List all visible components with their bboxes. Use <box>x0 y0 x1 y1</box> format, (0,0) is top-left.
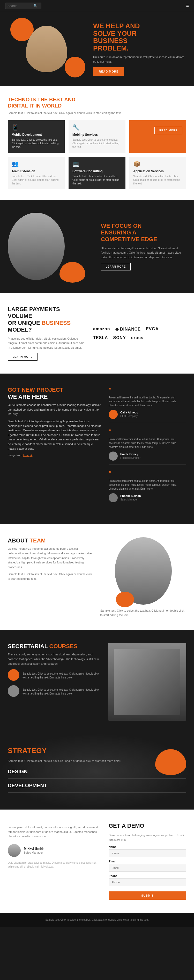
services-title: TECHNO IS THE BEST ANDDIGITAL IT IN WORL… <box>8 96 186 109</box>
author-3-info: Phoebe Nelson Sales Manager <box>120 494 141 501</box>
strategy-section: STRATEGY Sample text. Click to select th… <box>0 733 194 810</box>
focus-image-area <box>8 213 93 280</box>
demo-author: Mikkel Smith Sales Manager <box>8 844 101 857</box>
secretarial-image-inner <box>114 649 180 715</box>
author-2-avatar <box>109 452 118 461</box>
testimonial-1: " Proin sed libero enim sed faucibus tur… <box>109 387 186 423</box>
team-icon: 👥 <box>12 161 61 167</box>
about-body2: Sample text. Click to select the text bo… <box>8 572 94 581</box>
projects-left: GOT NEW PROJECT WE ARE HERE Our customer… <box>8 387 101 511</box>
focus-section: WE FOCUS ON ENSURING ACOMPETITIVE EDGE U… <box>0 200 194 293</box>
hero-title-line1: WE HELP AND <box>93 22 140 30</box>
projects-image-credit: Image from Freepik <box>8 453 101 458</box>
demo-avatar-inner <box>8 844 21 857</box>
hero-section: WE HELP AND SOLVE YOUR BUSINESS PROBLEM.… <box>0 12 194 86</box>
hero-title-accent: PROBLEM. <box>93 44 129 52</box>
navbar: 🔍 ≡ <box>0 0 194 12</box>
footer: Sample text. Click to select the text bo… <box>0 913 194 927</box>
secretarial-right <box>108 643 186 721</box>
author-1-name: Calla Almedo <box>120 411 138 414</box>
hero-image-area <box>8 25 85 72</box>
strategy-design-title[interactable]: DESIGN <box>8 768 186 775</box>
services-header: TECHNO IS THE BEST ANDDIGITAL IT IN WORL… <box>8 96 186 115</box>
person-1-text: Sample text. Click to select the text bo… <box>22 669 102 682</box>
service-card-readmore: READ MORE <box>129 120 186 153</box>
about-title: ABOUT TEAM <box>8 537 94 544</box>
author-2-info: Frank Kinney Financial Director <box>120 453 140 460</box>
sony-logo: SONY <box>113 336 126 340</box>
about-title-accent: TEAM <box>30 537 46 544</box>
projects-body: Sample text. Click to Egestas egestas fr… <box>8 419 101 451</box>
partners-text: LARGE PAYMENTS VOLUMEOR UNIQUE BUSINESSM… <box>8 306 85 361</box>
tesla-logo: TESLA <box>93 336 108 340</box>
projects-title-accent: GOT NEW PROJECT <box>8 387 63 393</box>
about-section: ABOUT TEAM Quickly incentivize impactful… <box>0 524 194 630</box>
mobility-title: Mobility Services <box>73 133 121 137</box>
mobility-icon: 🔧 <box>73 124 121 131</box>
footer-text: Sample text. Click to select the text bo… <box>8 918 186 922</box>
consulting-title: Software Consulting <box>73 169 121 173</box>
form-email-input[interactable] <box>109 864 186 872</box>
strategy-item-design: DESIGN <box>8 768 186 779</box>
partners-learn-button[interactable]: LEARN MORE <box>8 353 38 361</box>
demo-author-name: Mikkel Smith <box>24 846 44 851</box>
about-right: Sample text. Click to select the text bo… <box>100 537 186 617</box>
demo-author-info: Mikkel Smith Sales Manager <box>24 846 44 854</box>
demo-right-intro: Demo refers to a challenging sales agend… <box>109 833 186 842</box>
person-2-desc: Sample text. Click to select the text bo… <box>22 688 102 695</box>
secretarial-left: SECRETARIAL COURSES There are only some … <box>8 643 102 721</box>
testimonial-2-author: Frank Kinney Financial Director <box>109 452 186 461</box>
hamburger-icon[interactable]: ≡ <box>186 3 189 8</box>
demo-left-body: Lorem ipsum dolor sit amet, consectetur … <box>8 825 101 839</box>
projects-tagline: Our customers choose us because we provi… <box>8 403 101 417</box>
strategy-item-development: DEVELOPMENT <box>8 783 186 793</box>
strategy-development-title[interactable]: DEVELOPMENT <box>8 783 186 789</box>
form-submit-button[interactable]: SUBMIT <box>109 891 186 900</box>
author-1-role: CEO Company <box>120 415 137 418</box>
about-body1: Quickly incentivize impactful action ite… <box>8 547 94 570</box>
secretarial-title: SECRETARIAL COURSES <box>8 643 102 650</box>
consulting-desc: Sample text. Click to select the text bo… <box>73 175 121 186</box>
demo-right: GET A DEMO Demo refers to a challenging … <box>109 822 186 900</box>
evga-logo: EVGA <box>146 327 159 331</box>
testimonial-3-author: Phoebe Nelson Sales Manager <box>109 493 186 502</box>
form-email-group: Email <box>109 860 186 872</box>
hero-title-line3: BUSINESS <box>93 37 128 45</box>
secretarial-intro: There are only some symptoms such as diz… <box>8 652 102 666</box>
person-1-avatar <box>8 669 19 681</box>
services-top-row: 📱 Mobile Development Sample text. Click … <box>8 120 186 153</box>
hero-readmore-button[interactable]: READ MORE <box>93 67 124 76</box>
testimonial-2-text: Proin sed libero enim sed faucibus turpi… <box>109 437 186 449</box>
crocs-logo: crocs <box>131 336 144 340</box>
form-phone-input[interactable] <box>109 878 186 886</box>
services-readmore-button[interactable]: READ MORE <box>155 127 182 134</box>
strategy-intro: Sample text. Click to select the text bo… <box>8 759 186 764</box>
service-card-mobile: 📱 Mobile Development Sample text. Click … <box>8 120 65 153</box>
mobile-title: Mobile Development <box>12 133 61 137</box>
partners-brands: amazon ◆ BINANCE EVGA TESLA SONY crocs <box>93 306 186 361</box>
services-title-accent: TECHNO <box>8 97 31 102</box>
search-input[interactable] <box>8 4 33 8</box>
app-desc: Sample text. Click to select the text bo… <box>133 175 182 186</box>
author-2-role: Financial Director <box>120 457 140 459</box>
about-text-below: Sample text. Click to select the text bo… <box>100 609 186 617</box>
focus-learn-button[interactable]: LEARN MORE <box>101 263 131 270</box>
consulting-icon: 💻 <box>73 161 121 167</box>
form-name-input[interactable] <box>109 850 186 857</box>
form-email-label: Email <box>109 860 186 863</box>
binance-logo: ◆ BINANCE <box>115 327 141 332</box>
about-blob <box>116 592 134 607</box>
search-bar[interactable]: 🔍 <box>5 3 41 9</box>
strategy-content: STRATEGY Sample text. Click to select th… <box>8 746 186 793</box>
service-card-consulting: 💻 Software Consulting Sample text. Click… <box>69 157 125 189</box>
freepik-link[interactable]: Freepik <box>23 453 33 457</box>
projects-testimonials: " Proin sed libero enim sed faucibus tur… <box>109 387 186 511</box>
search-icon: 🔍 <box>33 4 38 8</box>
mobile-icon: 📱 <box>12 124 61 131</box>
form-name-label: Name <box>109 845 186 848</box>
testimonial-1-text: Proin sed libero enim sed faucibus turpi… <box>109 396 186 407</box>
secretarial-title-accent: COURSES <box>49 643 77 649</box>
focus-title-normal: ENSURING ACOMPETITIVE EDGE <box>101 229 157 242</box>
team-desc: Sample text. Click to select the text bo… <box>12 175 61 186</box>
demo-section: Lorem ipsum dolor sit amet, consectetur … <box>0 810 194 913</box>
